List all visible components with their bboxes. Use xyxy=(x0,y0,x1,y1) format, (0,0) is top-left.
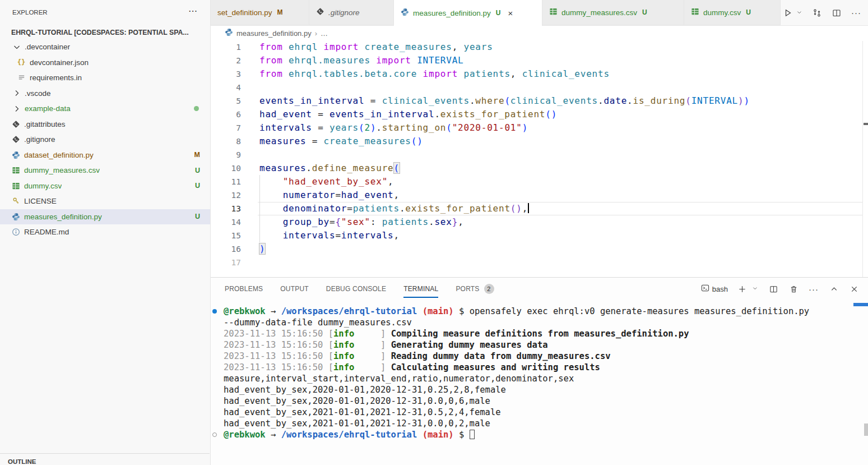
tab-dummy-measures-csv[interactable]: dummy_measures.csvU xyxy=(542,0,684,25)
panel-tab-ports[interactable]: PORTS2 xyxy=(456,278,494,300)
info-icon xyxy=(11,228,20,237)
panel-tab-output[interactable]: OUTPUT xyxy=(280,278,309,300)
panel-tab-label: DEBUG CONSOLE xyxy=(326,285,386,293)
editor-code-line[interactable]: 10measures.define_measure( xyxy=(211,162,868,175)
run-button[interactable] xyxy=(782,7,794,19)
editor-code-line[interactable]: 16) xyxy=(211,242,868,256)
tree-item-dummy-measures-csv[interactable]: dummy_measures.csvU xyxy=(0,163,210,178)
terminal-command-mark xyxy=(853,303,868,306)
panel-tab-debug-console[interactable]: DEBUG CONSOLE xyxy=(326,278,386,300)
maximize-panel-icon[interactable] xyxy=(828,283,840,295)
tree-item--devcontainer[interactable]: .devcontainer xyxy=(0,39,210,55)
tree-root-folder[interactable]: EHRQL-TUTORIAL [CODESPACES: POTENTIAL SP… xyxy=(0,26,210,39)
editor-code-line[interactable]: 5events_in_interval = clinical_events.wh… xyxy=(211,94,868,108)
run-dropdown-icon[interactable] xyxy=(796,7,804,19)
line-number: 8 xyxy=(211,135,241,148)
line-number: 15 xyxy=(211,229,241,242)
command-ran-decoration[interactable] xyxy=(212,309,217,314)
new-terminal-button[interactable] xyxy=(736,283,748,295)
tab-dummy-csv[interactable]: dummy.csvU xyxy=(684,0,781,25)
git-icon xyxy=(316,7,324,17)
tab-git-badge: U xyxy=(496,9,501,17)
terminal-line: 2023-11-13 15:16:50 [info ] Reading dumm… xyxy=(224,351,862,362)
editor-code-line[interactable]: 1from ehrql import create_measures, year… xyxy=(211,40,868,54)
git-icon xyxy=(11,135,20,144)
json-icon: {} xyxy=(17,58,26,67)
file-label: README.md xyxy=(24,228,69,236)
tree-item-requirements-in[interactable]: requirements.in xyxy=(0,70,210,86)
editor-code-line[interactable]: 13 denominator=patients.exists_for_patie… xyxy=(211,202,868,215)
shell-selector[interactable]: bash xyxy=(701,284,728,294)
code-text: from ehrql.tables.beta.core import patie… xyxy=(259,67,868,81)
editor-code-line[interactable]: 8measures = create_measures() xyxy=(211,135,868,148)
tree-item-readme-md[interactable]: README.md xyxy=(0,224,210,240)
terminal-line: 2023-11-13 15:16:50 [info ] Calculating … xyxy=(224,362,862,373)
terminal-output[interactable]: @rebkwok → /workspaces/ehrql-tutorial (m… xyxy=(211,306,862,465)
tree-item-dataset-definition-py[interactable]: dataset_definition.pyM xyxy=(0,148,210,163)
editor-code-line[interactable]: 6had_event = events_in_interval.exists_f… xyxy=(211,108,868,121)
tree-item-license[interactable]: LICENSE xyxy=(0,194,210,209)
breadcrumb[interactable]: measures_definition.py › … xyxy=(211,26,868,40)
editor-code-line[interactable]: 11 "had_event_by_sex", xyxy=(211,175,868,188)
line-number: 4 xyxy=(211,81,241,94)
terminal-line: measure,interval_start,interval_end,rati… xyxy=(224,373,862,384)
code-text: events_in_interval = clinical_events.whe… xyxy=(259,94,868,108)
terminal-line: had_event_by_sex,2021-01-01,2021-12-31,0… xyxy=(224,418,862,429)
terminal-scrollbar-thumb[interactable] xyxy=(864,423,868,436)
terminal-line: @rebkwok → /workspaces/ehrql-tutorial (m… xyxy=(224,306,862,317)
chevron-down-icon xyxy=(12,43,21,52)
panel-more-icon[interactable]: ··· xyxy=(807,283,820,295)
close-panel-icon[interactable] xyxy=(848,283,860,295)
tab--gitignore[interactable]: .gitignore xyxy=(309,0,394,25)
code-editor[interactable]: 1from ehrql import create_measures, year… xyxy=(211,40,868,277)
editor-code-line[interactable]: 2from ehrql.measures import INTERVAL xyxy=(211,54,868,67)
csv-icon xyxy=(691,7,699,17)
editor-scrollbar[interactable] xyxy=(862,41,863,277)
outline-section[interactable]: OUTLINE xyxy=(0,453,210,465)
panel-tab-label: OUTPUT xyxy=(280,285,309,293)
python-icon xyxy=(11,150,20,159)
code-text: group_by={"sex": patients.sex}, xyxy=(259,215,868,229)
panel-tab-terminal[interactable]: TERMINAL xyxy=(403,278,438,300)
editor-code-line[interactable]: 9 xyxy=(211,148,868,162)
tab-label: dummy_measures.csv xyxy=(561,8,637,17)
tree-item-measures-definition-py[interactable]: measures_definition.pyU xyxy=(0,209,210,225)
code-text: from ehrql import create_measures, years xyxy=(259,40,868,54)
breadcrumb-more: … xyxy=(321,29,328,38)
editor-code-line[interactable]: 4 xyxy=(211,81,868,94)
tab-measures-definition-py[interactable]: measures_definition.pyU× xyxy=(394,0,542,26)
tree-item--gitattributes[interactable]: .gitattributes xyxy=(0,117,210,132)
changes-dot-icon xyxy=(194,106,199,111)
tree-item-dummy-csv[interactable]: dummy.csvU xyxy=(0,178,210,194)
tree-item-devcontainer-json[interactable]: {}devcontainer.json xyxy=(0,55,210,71)
editor-code-line[interactable]: 17 xyxy=(211,256,868,269)
editor-code-line[interactable]: 3from ehrql.tables.beta.core import pati… xyxy=(211,67,868,81)
explorer-more-icon[interactable]: ⋯ xyxy=(188,6,198,16)
kill-terminal-icon[interactable] xyxy=(787,283,800,295)
csv-icon xyxy=(11,181,20,190)
code-text: measures.define_measure( xyxy=(259,162,868,175)
breadcrumb-file: measures_definition.py xyxy=(236,29,312,38)
command-pending-decoration[interactable] xyxy=(212,432,217,437)
line-number: 9 xyxy=(211,148,241,162)
editor-code-line[interactable]: 7intervals = years(2).starting_on("2020-… xyxy=(211,121,868,135)
close-tab-icon[interactable]: × xyxy=(508,8,513,18)
more-actions-icon[interactable]: ··· xyxy=(850,7,862,19)
python-icon xyxy=(401,8,409,18)
terminal-dropdown-icon[interactable] xyxy=(751,283,759,295)
line-number: 16 xyxy=(211,242,241,256)
terminal-line: --dummy-data-file dummy_measures.csv xyxy=(224,317,862,328)
git-status-badge: U xyxy=(195,182,200,190)
editor-code-line[interactable]: 15 intervals=intervals, xyxy=(211,229,868,242)
editor-code-line[interactable]: 12 numerator=had_event, xyxy=(211,188,868,202)
open-changes-icon[interactable] xyxy=(811,7,823,19)
split-editor-icon[interactable] xyxy=(830,7,843,19)
split-terminal-icon[interactable] xyxy=(767,283,779,295)
tree-item--gitignore[interactable]: .gitignore xyxy=(0,132,210,148)
file-label: .gitignore xyxy=(24,135,55,144)
panel-tab-problems[interactable]: PROBLEMS xyxy=(225,278,263,300)
editor-code-line[interactable]: 14 group_by={"sex": patients.sex}, xyxy=(211,215,868,229)
tree-item--vscode[interactable]: .vscode xyxy=(0,86,210,102)
tab-set-definition-py[interactable]: set_definition.pyM xyxy=(211,0,309,25)
tree-item-example-data[interactable]: example-data xyxy=(0,101,210,117)
